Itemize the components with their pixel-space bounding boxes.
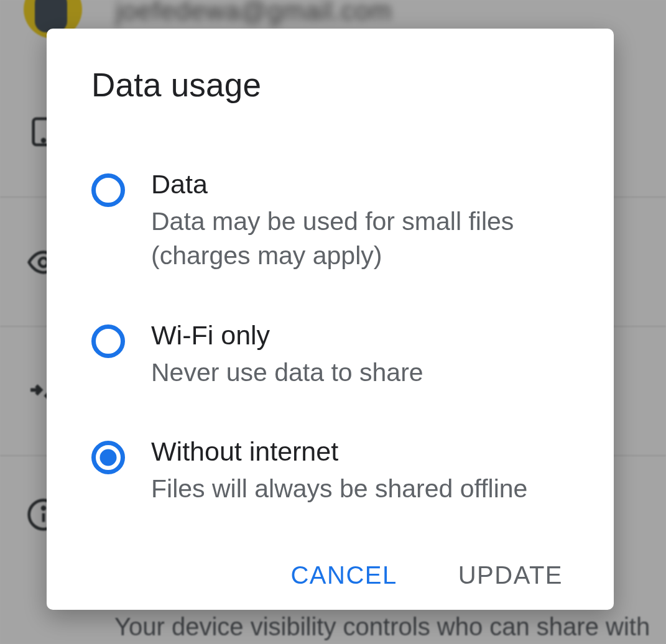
option-title: Data bbox=[151, 166, 569, 202]
update-button[interactable]: UPDATE bbox=[456, 556, 565, 594]
radio-unchecked-icon bbox=[91, 324, 125, 358]
option-subtitle: Never use data to share bbox=[151, 356, 569, 390]
option-data[interactable]: Data Data may be used for small files (c… bbox=[91, 166, 569, 274]
dialog-actions: CANCEL UPDATE bbox=[91, 550, 569, 594]
radio-unchecked-icon bbox=[91, 173, 125, 207]
option-subtitle: Data may be used for small files (charge… bbox=[151, 205, 569, 274]
option-wifi-only[interactable]: Wi-Fi only Never use data to share bbox=[91, 317, 569, 390]
dialog-title: Data usage bbox=[91, 66, 569, 104]
radio-checked-icon bbox=[91, 441, 125, 474]
option-title: Without internet bbox=[151, 433, 569, 469]
option-subtitle: Files will always be shared offline bbox=[151, 472, 569, 506]
cancel-button[interactable]: CANCEL bbox=[288, 556, 399, 594]
data-usage-dialog: Data usage Data Data may be used for sma… bbox=[47, 29, 614, 610]
options-list: Data Data may be used for small files (c… bbox=[91, 166, 569, 550]
option-title: Wi-Fi only bbox=[151, 317, 569, 353]
option-without-internet[interactable]: Without internet Files will always be sh… bbox=[91, 433, 569, 506]
